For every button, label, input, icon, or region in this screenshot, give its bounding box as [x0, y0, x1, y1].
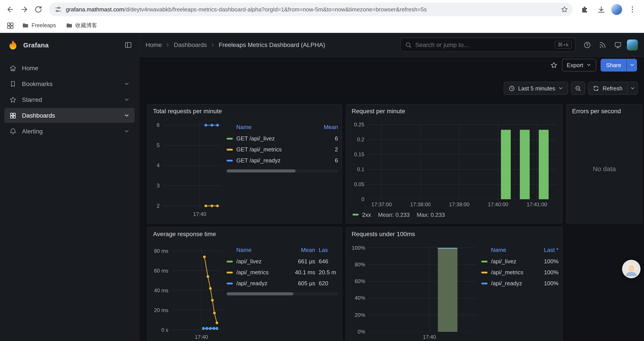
browser-forward-button[interactable]: [18, 3, 31, 16]
chevron-down-icon: [558, 86, 564, 91]
legend-column-header[interactable]: Name: [491, 247, 532, 253]
export-button[interactable]: Export: [562, 59, 596, 71]
legend-scrollbar-thumb[interactable]: [227, 169, 296, 172]
avatar-illustration: [622, 260, 640, 278]
x-axis-tick-label: 17:40: [423, 334, 436, 340]
news-button[interactable]: [596, 39, 608, 51]
dashboard-canvas: Last 5 minutes Refresh: [140, 73, 644, 341]
series-color-swatch: [481, 282, 488, 284]
series-name[interactable]: /api/_metrics: [491, 269, 532, 276]
sidebar-item-starred[interactable]: Starred: [4, 92, 134, 107]
legend-column-header[interactable]: Mean: [314, 124, 338, 130]
extensions-button[interactable]: [578, 3, 591, 16]
bookmark-item-blog[interactable]: 收藏博客: [62, 21, 100, 31]
series-name[interactable]: GET /api/_readyz: [236, 157, 310, 164]
series-color-swatch: [481, 260, 488, 262]
legend-column-header[interactable]: Name: [236, 124, 310, 130]
rss-icon: [599, 41, 606, 49]
display-button[interactable]: [612, 39, 624, 51]
time-series-chart[interactable]: 0 s20 ms40 ms60 ms80 ms17:40: [151, 240, 223, 341]
browser-menu-button[interactable]: [626, 3, 639, 16]
legend-scrollbar-thumb[interactable]: [227, 292, 294, 295]
legend-column-header[interactable]: Name: [236, 247, 286, 253]
time-range-picker[interactable]: Last 5 minutes: [504, 82, 568, 95]
series-name[interactable]: GET /api/_livez: [236, 135, 310, 142]
legend-column-header[interactable]: Last *: [536, 247, 558, 253]
legend-scrollbar[interactable]: [227, 169, 338, 172]
share-button[interactable]: Share: [601, 59, 626, 71]
legend-row[interactable]: GET /api/_metrics2: [227, 144, 338, 155]
legend-scrollbar[interactable]: [227, 292, 338, 295]
grafana-profile-avatar[interactable]: [627, 39, 638, 50]
share-button-label: Share: [606, 62, 621, 68]
bar-chart[interactable]: 00.050.10.150.20.2517:37:0017:38:0017:39…: [350, 118, 558, 210]
downloads-button[interactable]: [594, 3, 608, 16]
legend-row[interactable]: /api/_readyz605 µs620: [227, 278, 338, 289]
legend-row[interactable]: /api/_livez661 µs646: [227, 256, 338, 267]
series-name[interactable]: /api/_metrics: [236, 269, 286, 276]
search-input[interactable]: Search or jump to... ⌘+k: [400, 38, 576, 52]
plot-area[interactable]: [172, 244, 222, 332]
series-name[interactable]: /api/_readyz: [236, 280, 286, 286]
bookmark-item-freeleaps[interactable]: Freeleaps: [18, 21, 60, 30]
legend-row[interactable]: GET /api/_livez6: [227, 133, 338, 144]
site-info-icon[interactable]: [54, 6, 62, 13]
legend-row[interactable]: /api/_livez100%: [481, 256, 558, 267]
series-name[interactable]: 2xx: [362, 211, 371, 218]
sidebar-item-alerting[interactable]: Alerting: [4, 124, 134, 139]
breadcrumb: Home Dashboards Freeleaps Metrics Dashbo…: [146, 41, 325, 48]
series-name[interactable]: GET /api/_metrics: [236, 146, 310, 153]
breadcrumb-dashboards[interactable]: Dashboards: [174, 41, 207, 48]
y-axis-tick-label: 0.15: [350, 151, 364, 158]
browser-reload-button[interactable]: [32, 3, 45, 16]
y-axis-tick-label: 0.1: [350, 166, 364, 172]
favorite-star-button[interactable]: [550, 61, 558, 69]
star-icon: [550, 61, 558, 69]
time-series-chart[interactable]: 2345617:40: [151, 118, 223, 219]
folder-icon: [66, 22, 72, 29]
legend-row[interactable]: /api/_readyz100%: [481, 278, 558, 289]
legend-column-header[interactable]: Mean: [289, 247, 315, 253]
share-menu-caret[interactable]: [626, 59, 637, 71]
refresh-interval-caret[interactable]: [627, 82, 638, 94]
floating-assistant-avatar[interactable]: [622, 260, 640, 278]
dock-menu-button[interactable]: [124, 41, 132, 49]
legend-column-header[interactable]: Las: [319, 247, 338, 253]
bookmark-star-button[interactable]: [561, 6, 568, 13]
browser-profile-avatar[interactable]: [611, 4, 622, 15]
help-button[interactable]: [581, 39, 593, 51]
legend-row[interactable]: /api/_metrics40.1 ms20.5 m: [227, 267, 338, 278]
legend-row[interactable]: /api/_metrics100%: [481, 267, 558, 278]
grafana-logo[interactable]: [7, 39, 19, 51]
sidebar-item-home[interactable]: Home: [4, 61, 134, 76]
panel-title[interactable]: Average response time: [148, 227, 342, 240]
breadcrumb-home[interactable]: Home: [146, 41, 162, 48]
chevron-down-icon[interactable]: [124, 81, 130, 87]
chevron-down-icon[interactable]: [124, 128, 130, 134]
panel-title[interactable]: Errors per second: [567, 104, 642, 118]
series-name[interactable]: /api/_livez: [236, 258, 286, 265]
plot-area[interactable]: [367, 121, 557, 199]
search-placeholder: Search or jump to...: [415, 41, 551, 48]
sidebar-item-dashboards[interactable]: Dashboards: [4, 108, 134, 123]
chevron-down-icon[interactable]: [124, 97, 130, 103]
plot-area[interactable]: [163, 121, 222, 209]
panel-title[interactable]: Total requests per minute: [148, 104, 342, 118]
series-name[interactable]: /api/_readyz: [491, 280, 532, 286]
legend-row[interactable]: GET /api/_readyz6: [227, 155, 338, 166]
chevron-down-icon[interactable]: [124, 112, 130, 119]
series-name[interactable]: /api/_livez: [491, 258, 532, 265]
panel-title[interactable]: Requests under 100ms: [346, 227, 562, 240]
plot-area[interactable]: [368, 244, 476, 332]
refresh-button-group: Refresh: [588, 82, 638, 95]
legend-row[interactable]: 2xx Mean: 0.233 Max: 0.233: [350, 210, 558, 219]
series-value: 40.1 ms: [289, 269, 315, 276]
panel-title[interactable]: Request per minute: [346, 104, 562, 118]
apps-grid-button[interactable]: [4, 20, 16, 31]
zoom-out-button[interactable]: [571, 82, 586, 95]
refresh-button[interactable]: Refresh: [588, 82, 627, 94]
sidebar-item-bookmarks[interactable]: Bookmarks: [4, 76, 134, 91]
omnibox[interactable]: grafana.mathmast.com/d/deytv4rwavabkb/fr…: [49, 3, 572, 16]
bar-chart[interactable]: 0%20%40%60%80%100%17:40: [350, 240, 478, 341]
browser-back-button[interactable]: [4, 3, 17, 16]
